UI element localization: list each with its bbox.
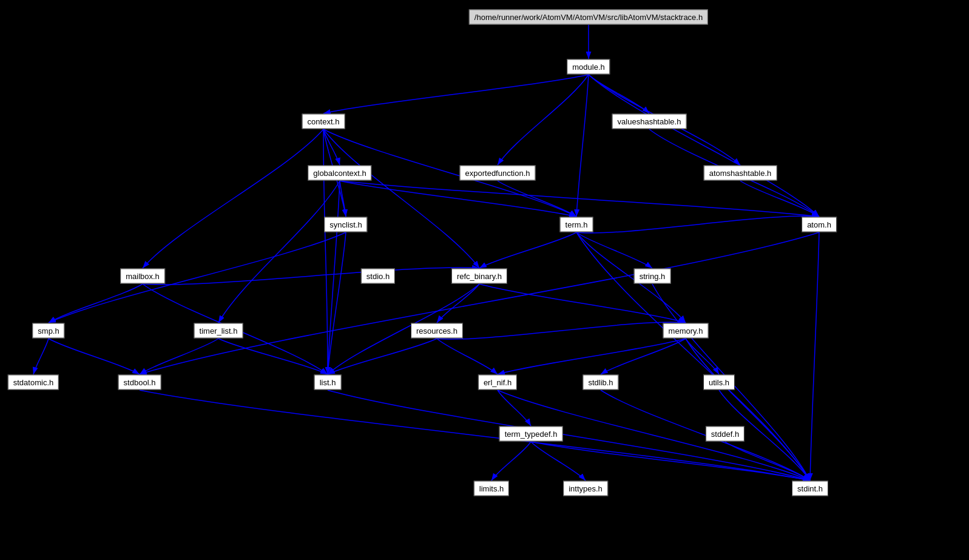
edge-synclist-list [328, 232, 346, 374]
edge-term-string [576, 232, 652, 268]
node-stdlib: stdlib.h [582, 375, 618, 390]
edge-synclist-smp [49, 232, 346, 323]
edge-module-valueshashtable [589, 75, 649, 113]
edge-erl_nif-term_typedef [498, 390, 531, 426]
node-stdbool: stdbool.h [118, 375, 161, 390]
edge-context-globalcontext [323, 129, 340, 165]
node-timer_list: timer_list.h [194, 323, 243, 339]
edge-globalcontext-synclist [340, 181, 346, 217]
node-utils: utils.h [703, 375, 735, 390]
graph-container: /home/runner/work/AtomVM/AtomVM/src/libA… [0, 0, 969, 560]
node-memory: memory.h [663, 323, 709, 339]
node-mailbox: mailbox.h [120, 269, 165, 284]
node-refc_binary: refc_binary.h [451, 269, 507, 284]
node-exportedfunction: exportedfunction.h [460, 166, 536, 181]
node-globalcontext: globalcontext.h [308, 166, 371, 181]
node-string: string.h [634, 269, 671, 284]
node-atomshashtable: atomshashtable.h [704, 166, 777, 181]
edge-term-refc_binary [479, 232, 576, 268]
node-inttypes: inttypes.h [563, 481, 608, 496]
edge-memory-erl_nif [498, 339, 686, 374]
edge-globalcontext-term [340, 181, 576, 217]
edge-term_typedef-limits [491, 442, 531, 481]
node-stddef: stddef.h [706, 427, 744, 442]
edge-atomshashtable-atom [740, 181, 819, 217]
node-context: context.h [302, 114, 345, 129]
edge-term-atom [576, 216, 819, 233]
node-stdio: stdio.h [361, 269, 395, 284]
edge-atom-stdbool [140, 232, 819, 374]
node-limits: limits.h [474, 481, 509, 496]
node-erl_nif: erl_nif.h [478, 375, 517, 390]
edge-resources-memory [437, 322, 686, 339]
node-list: list.h [314, 375, 342, 390]
edge-memory-utils [686, 339, 719, 374]
edge-module-term [576, 75, 589, 217]
edge-smp-stdbool [49, 339, 140, 374]
node-stdatomic: stdatomic.h [8, 375, 59, 390]
node-term_typedef: term_typedef.h [499, 427, 563, 442]
edge-atom-stdint [810, 232, 819, 481]
node-atom: atom.h [802, 217, 837, 232]
edge-resources-list [328, 339, 437, 374]
node-stacktrace: /home/runner/work/AtomVM/AtomVM/src/libA… [469, 10, 708, 25]
node-term: term.h [560, 217, 593, 232]
node-stdint: stdint.h [792, 481, 828, 496]
edge-module-exportedfunction [498, 75, 589, 165]
node-module: module.h [567, 59, 610, 75]
edge-refc_binary-resources [437, 284, 479, 323]
edge-term-stdint [576, 232, 810, 481]
node-smp: smp.h [32, 323, 64, 339]
node-synclist: synclist.h [324, 217, 367, 232]
edge-module-context [323, 75, 589, 113]
edge-globalcontext-list [328, 181, 340, 374]
edge-resources-erl_nif [437, 339, 498, 374]
edge-refc_binary-memory [479, 284, 686, 323]
node-valueshashtable: valueshashtable.h [612, 114, 687, 129]
edge-memory-stdlib [601, 339, 686, 374]
edge-smp-stdatomic [33, 339, 49, 374]
edge-timer_list-list [218, 339, 328, 374]
edge-globalcontext-timer_list [218, 181, 340, 323]
node-resources: resources.h [411, 323, 463, 339]
edge-mailbox-refc_binary [143, 268, 479, 285]
edge-context-mailbox [143, 129, 323, 268]
edge-globalcontext-atom [340, 181, 819, 217]
